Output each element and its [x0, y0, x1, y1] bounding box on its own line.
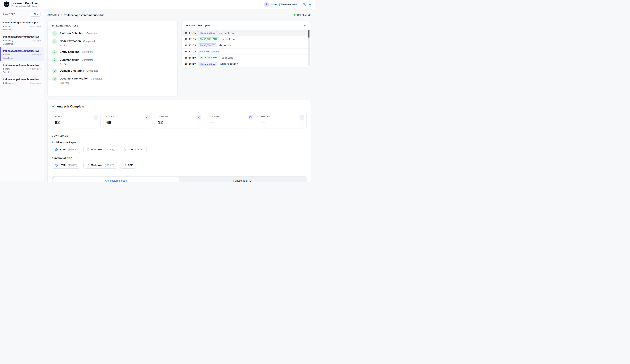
feed-entry[interactable]: 16:17:35 PHASE_COMPLETED detection [182, 36, 310, 42]
chevron-up-icon [304, 24, 306, 27]
stat-value: — [209, 120, 252, 125]
analysis-time: 9 days ago [30, 82, 41, 84]
step-status: Completed [82, 58, 94, 61]
new-analysis-button[interactable]: + New [30, 12, 41, 16]
download-size: (159 KB) [68, 148, 77, 151]
status-dot-done [3, 54, 4, 55]
layout-icon[interactable] [248, 115, 253, 120]
sign-out-button[interactable]: Sign out [302, 3, 311, 6]
download-group-architecture-report: Architecture Report [52, 141, 306, 144]
download-arch-pdf-button[interactable]: PDF (848 KB) [120, 146, 146, 153]
layout: ANALYSES + New fins-loan-origination-sys… [0, 9, 315, 182]
feed-entry[interactable]: 16:17:35 PHASE_STARTED detection [182, 42, 310, 48]
collapse-feed-button[interactable] [303, 23, 307, 27]
analysis-time: 8 days ago [30, 68, 41, 70]
download-brd-pdf-button[interactable]: PDF [120, 162, 136, 169]
step-status: Completed [86, 32, 98, 34]
sidebar-item-analysis-1[interactable]: fins-loan-origination-sys-api2 3... Done… [0, 19, 44, 33]
status-dot-running [3, 40, 4, 41]
status-dot-done [3, 68, 4, 69]
stat-value: 62 [55, 120, 98, 125]
sidebar-item-analysis-5[interactable]: trailheadapps/dreamhouse-lwc Running 9 d… [0, 75, 44, 87]
analysis-time: 6 days ago [30, 25, 41, 27]
user-email: imrany@hexaware.com [272, 3, 297, 6]
download-size: (138 KB) [68, 164, 77, 167]
stat-label: TOKENS [261, 116, 304, 118]
analysis-meta: Done 7 days ago [3, 53, 41, 56]
download-format: PDF [128, 164, 133, 167]
analysis-time: 7 days ago [30, 53, 41, 56]
analysis-name: trailheadapps/dreamhouse-lwc [3, 64, 41, 66]
stat-card-nodes: NODES 62 [52, 113, 100, 128]
analysis-name: trailheadapps/dreamhouse-lwc [3, 35, 41, 38]
feed-scrollbar-track[interactable] [308, 30, 310, 66]
feed-timestamp: 16:17:35 [185, 32, 196, 34]
analysis-complete-title: Analysis Complete [57, 105, 84, 108]
sidebar-item-analysis-2[interactable]: trailheadapps/dreamhouse-lwc Running 7 d… [0, 33, 44, 47]
pipeline-step-code-extraction: Code Extraction Completed 1m 24s [52, 39, 173, 47]
analysis-status: Done [5, 25, 10, 27]
stat-card-tokens: TOKENS — [258, 113, 306, 128]
analysis-name: trailheadapps/dreamhouse-lwc [3, 78, 41, 81]
feed-timestamp: 16:17:35 [185, 44, 196, 47]
step-name: Code Extraction [60, 39, 81, 42]
step-status: Completed [82, 51, 94, 53]
activity-feed-title: ACTIVITY FEED (86) [186, 24, 210, 27]
step-duration: 22m 40s [60, 81, 102, 84]
sidebar-header: ANALYSES + New [0, 9, 44, 19]
stats-row: NODES 62 EDGES 66 DOMAIN [52, 113, 306, 128]
download-brd-markdown-button[interactable]: Markdown (125 KB) [84, 162, 117, 169]
step-name: Domain Clustering [60, 69, 84, 72]
analysis-platform: Salesforce [3, 57, 41, 59]
feed-entry[interactable]: 16:18:59 PHASE_COMPLETED labeling [182, 55, 310, 61]
analysis-status: Running [5, 39, 13, 41]
step-name: Summarization [60, 58, 80, 61]
download-arch-markdown-button[interactable]: Markdown (141 KB) [84, 146, 117, 153]
code-icon [5, 3, 8, 6]
download-brd-html-button[interactable]: HTML (138 KB) [52, 162, 80, 169]
analysis-platform: Mulesoft [3, 28, 41, 31]
pipeline-progress-title: PIPELINE PROGRESS [48, 21, 178, 28]
globe-icon [55, 148, 58, 151]
feed-entry[interactable]: 16:18:59 PHASE_STARTED summarization [182, 61, 310, 67]
feed-event-badge: PHASE_STARTED [198, 62, 217, 66]
stat-label: NODES [55, 116, 98, 118]
check-icon [52, 105, 55, 108]
feed-message: extraction [219, 32, 234, 34]
app-logo[interactable] [4, 1, 10, 7]
pipeline-step-platform-detection: Platform Detection Completed [52, 31, 173, 36]
download-format: Markdown [91, 164, 103, 167]
analysis-meta: Done 6 days ago [3, 25, 41, 27]
breadcrumb-analysis-link[interactable]: ANALYSIS [48, 14, 59, 16]
activity-feed-card: ACTIVITY FEED (86) 16:17:35 PHASE_STARTE… [182, 21, 311, 67]
stat-card-sections: SECTIONS — [206, 113, 255, 128]
brand-text: Hexaware CodeLens Enterprise Analysis Pl… [12, 1, 38, 7]
pipeline-step-entity-labeling: Entity Labeling Completed [52, 50, 173, 55]
step-name: Platform Detection [60, 31, 84, 34]
breadcrumb-separator: / [61, 13, 62, 16]
feed-entry[interactable]: 16:17:35 PHASE_STARTED extraction [182, 30, 310, 36]
network-icon[interactable] [196, 115, 201, 120]
external-link-icon[interactable] [145, 115, 150, 120]
step-duration: 1m 24s [60, 44, 95, 47]
step-duration: 9m 54s [60, 63, 93, 65]
sidebar-title: ANALYSES [3, 13, 15, 15]
download-arch-html-button[interactable]: HTML (159 KB) [52, 146, 80, 153]
tab-architecture-report[interactable]: Architecture Report [53, 177, 179, 182]
feed-message: detection [219, 44, 232, 47]
downloads-title: DOWNLOADS [52, 135, 306, 137]
app-title: Hexaware CodeLens [12, 1, 38, 5]
stat-value: — [261, 120, 304, 125]
pipeline-progress-card: PIPELINE PROGRESS Platform Detection Com… [48, 21, 178, 96]
tab-functional-brd[interactable]: Functional BRD [179, 177, 306, 182]
topbar-right: I imrany@hexaware.com Sign out [264, 2, 311, 7]
file-icon [123, 164, 126, 167]
feed-scrollbar-thumb[interactable] [308, 30, 310, 38]
sparkle-icon[interactable] [300, 115, 304, 120]
step-status: Completed [86, 69, 98, 72]
plus-icon[interactable] [94, 115, 98, 120]
sidebar-item-analysis-3-selected[interactable]: trailheadapps/dreamhouse-lwc Done 7 days… [0, 47, 44, 61]
activity-feed-header: ACTIVITY FEED (86) [182, 21, 310, 30]
sidebar-item-analysis-4[interactable]: trailheadapps/dreamhouse-lwc Done 8 days… [0, 61, 44, 75]
feed-entry[interactable]: 16:17:35 PIPELINE_STARTED [182, 48, 310, 55]
